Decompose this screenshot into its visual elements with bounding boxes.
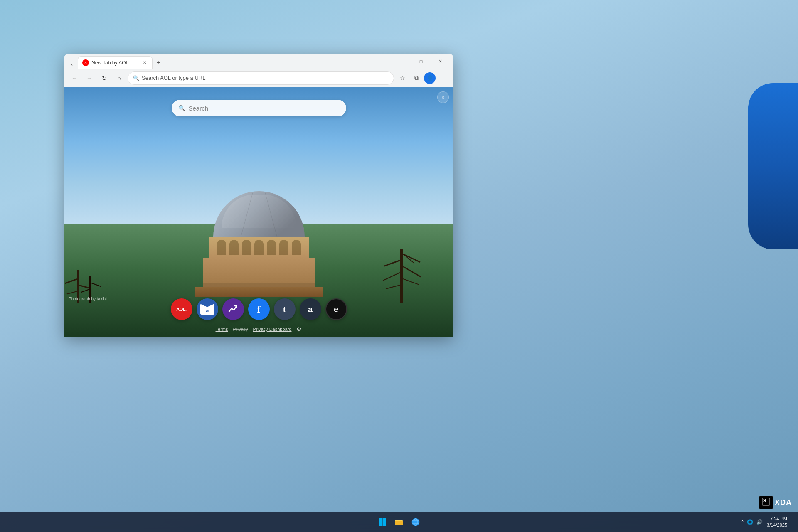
- bookmark-button[interactable]: ☆: [396, 71, 409, 85]
- forward-button[interactable]: →: [83, 71, 96, 85]
- amazon-icon: a: [308, 305, 313, 314]
- search-container: 🔍 Search: [172, 100, 346, 116]
- observatory-drum: [209, 237, 309, 258]
- svg-rect-1: [383, 518, 387, 522]
- taskbar-center-icons: [375, 515, 423, 530]
- browser-window: ‹ A New Tab by AOL ✕ + − □: [64, 54, 453, 337]
- page-footer: Terms Privacy Privacy Dashboard ⚙: [216, 326, 302, 332]
- collapse-button[interactable]: «: [437, 91, 449, 103]
- profile-button[interactable]: 👤: [424, 72, 436, 84]
- windows-logo-icon: [378, 518, 387, 526]
- quick-link-engadget[interactable]: e: [325, 298, 347, 320]
- close-button[interactable]: ✕: [431, 54, 450, 69]
- volume-icon[interactable]: 🔊: [756, 518, 764, 526]
- xda-watermark: XDA: [759, 496, 792, 509]
- quick-link-facebook[interactable]: f: [248, 298, 270, 320]
- tray-chevron[interactable]: ^: [741, 519, 744, 525]
- settings-gear-icon[interactable]: ⚙: [296, 326, 302, 332]
- observatory-base: [195, 287, 323, 297]
- nav-bar: ← → ↻ ⌂ 🔍 Search AOL or type a URL ☆ ⧉ 👤…: [64, 69, 453, 87]
- menu-button[interactable]: ⋮: [436, 71, 450, 85]
- svg-rect-0: [379, 518, 382, 522]
- taskbar-browser-button[interactable]: [408, 515, 423, 530]
- photo-credit: Photograph by taxibill: [69, 297, 108, 301]
- xda-logo-box: [759, 496, 773, 509]
- decorative-blue-shape: [748, 83, 798, 249]
- network-icon[interactable]: 🌐: [746, 518, 754, 526]
- address-text: Search AOL or type a URL: [142, 75, 389, 81]
- address-bar[interactable]: 🔍 Search AOL or type a URL: [128, 71, 394, 85]
- start-button[interactable]: [375, 515, 390, 530]
- search-placeholder: Search: [189, 105, 209, 112]
- privacy-link[interactable]: Privacy: [233, 327, 248, 332]
- quick-links-bar: AOL. ✉ f t: [171, 298, 347, 320]
- browser-tab-active[interactable]: A New Tab by AOL ✕: [78, 56, 153, 69]
- show-desktop-button[interactable]: [791, 515, 793, 530]
- facebook-icon: f: [257, 304, 261, 315]
- time-display: 7:24 PM: [767, 516, 787, 522]
- xda-logo-icon: [762, 498, 770, 506]
- browser-content: 🔍 Search « Photograph by taxibill Terms …: [64, 87, 453, 337]
- system-tray-icons: ^ 🌐 🔊: [741, 518, 764, 526]
- observatory-scene: [195, 191, 323, 297]
- back-button[interactable]: ←: [68, 71, 81, 85]
- tab-title: New Tab by AOL: [91, 60, 139, 66]
- quick-link-aolmail[interactable]: ✉: [197, 298, 218, 320]
- engadget-icon: e: [334, 305, 338, 314]
- new-tab-button[interactable]: +: [153, 57, 164, 69]
- search-bar[interactable]: 🔍 Search: [172, 100, 346, 116]
- maximize-button[interactable]: □: [411, 54, 431, 69]
- globe-icon: [411, 517, 420, 527]
- observatory-body: [203, 258, 315, 287]
- folder-icon: [394, 517, 404, 527]
- taskbar: ^ 🌐 🔊 7:24 PM 3/14/2025: [0, 512, 798, 532]
- tab-list-arrow[interactable]: ‹: [68, 60, 76, 69]
- aol-icon: AOL.: [176, 307, 186, 312]
- observatory-dome: [213, 191, 305, 237]
- date-display: 3/14/2025: [767, 522, 787, 528]
- file-explorer-button[interactable]: [392, 515, 406, 530]
- title-bar: ‹ A New Tab by AOL ✕ + − □: [64, 54, 453, 69]
- reload-button[interactable]: ↻: [98, 71, 111, 85]
- system-tray: ^ 🌐 🔊 7:24 PM 3/14/2025: [741, 515, 793, 530]
- svg-rect-2: [379, 522, 382, 526]
- terms-link[interactable]: Terms: [216, 327, 228, 332]
- svg-rect-3: [383, 522, 387, 526]
- quick-link-tumblr[interactable]: t: [274, 298, 296, 320]
- quick-link-aol[interactable]: AOL.: [171, 298, 192, 320]
- search-icon: 🔍: [178, 105, 185, 111]
- home-button[interactable]: ⌂: [113, 71, 126, 85]
- nav-actions: ☆ ⧉ 👤 ⋮: [396, 71, 450, 85]
- tab-favicon: A: [82, 59, 89, 66]
- xda-text: XDA: [775, 498, 792, 507]
- window-controls: − □ ✕: [392, 54, 450, 69]
- quick-link-amazon[interactable]: a: [300, 298, 321, 320]
- tab-close-button[interactable]: ✕: [141, 59, 148, 66]
- right-tree: [400, 249, 403, 303]
- tumblr-icon: t: [283, 304, 286, 315]
- extensions-button[interactable]: ⧉: [410, 71, 423, 85]
- privacy-dashboard-link[interactable]: Privacy Dashboard: [253, 327, 292, 332]
- quick-link-finance[interactable]: [222, 298, 244, 320]
- minimize-button[interactable]: −: [392, 54, 411, 69]
- search-address-icon: 🔍: [133, 75, 139, 81]
- clock-display[interactable]: 7:24 PM 3/14/2025: [767, 516, 787, 529]
